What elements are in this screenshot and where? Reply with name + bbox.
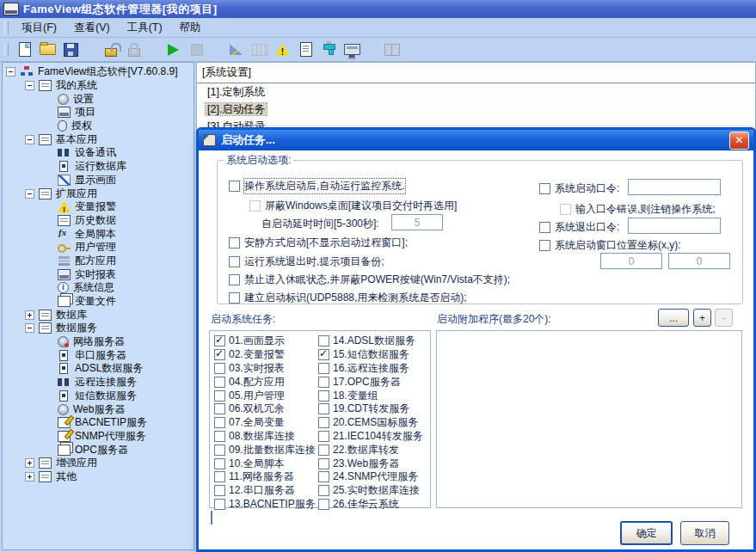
task-item[interactable]: 21.IEC104转发服务 — [318, 430, 423, 444]
task-checkbox[interactable] — [318, 403, 329, 414]
report-button[interactable] — [295, 40, 317, 59]
expander-minus-icon[interactable] — [25, 189, 34, 199]
save-button[interactable] — [60, 40, 82, 59]
add-addon-button[interactable]: + — [693, 309, 711, 327]
task-item[interactable]: 22.数据库转发 — [318, 443, 423, 457]
bottom-left-checkbox[interactable] — [211, 511, 212, 524]
close-icon[interactable]: ✕ — [729, 132, 749, 150]
task-checkbox[interactable] — [214, 485, 225, 496]
task-checkbox[interactable] — [214, 390, 225, 402]
tree-item[interactable]: 授权 — [3, 120, 194, 133]
exit-password-checkbox[interactable] — [539, 222, 550, 233]
tree-item[interactable]: 系统信息 — [3, 281, 194, 295]
task-checkbox[interactable] — [214, 417, 225, 428]
tree-item[interactable]: 项目 — [3, 106, 194, 120]
tree-item[interactable]: 配方应用 — [3, 255, 194, 268]
task-item[interactable]: 24.SNMP代理服务 — [318, 470, 423, 484]
tree-item[interactable]: 变量报警 — [3, 200, 194, 214]
open-button[interactable] — [37, 40, 58, 59]
menu-item-help[interactable]: 帮助 — [171, 19, 210, 37]
task-item[interactable]: 09.批量数据库连接 — [214, 443, 316, 457]
task-checkbox[interactable] — [214, 471, 225, 482]
task-item[interactable]: 01.画面显示 — [214, 334, 316, 348]
task-checkbox[interactable] — [318, 377, 329, 388]
task-checkbox[interactable] — [214, 349, 225, 360]
startup-password-checkbox[interactable] — [539, 183, 550, 194]
tree-item[interactable]: 其他 — [3, 470, 194, 484]
tree-item[interactable]: 设备通讯 — [3, 146, 194, 160]
expander-plus-icon[interactable] — [25, 310, 34, 320]
task-item[interactable]: 14.ADSL数据服务 — [318, 334, 423, 348]
task-item[interactable]: 20.CEMS国标服务 — [318, 416, 423, 430]
exit-password-input[interactable] — [628, 218, 721, 234]
tree-item[interactable]: 显示画面 — [3, 174, 194, 187]
tree-item[interactable]: 历史数据 — [3, 214, 194, 228]
menu-item-project[interactable]: 项目(F) — [13, 19, 65, 37]
tree-item[interactable]: 全局脚本 — [3, 227, 194, 241]
task-checkbox[interactable] — [318, 349, 329, 360]
task-checkbox[interactable] — [214, 458, 225, 469]
task-item[interactable]: 04.配方应用 — [214, 375, 316, 389]
task-item[interactable]: 13.BACNETIP服务 — [214, 498, 316, 512]
alarm-button[interactable] — [272, 40, 293, 59]
task-checkbox[interactable] — [318, 431, 329, 442]
tree-item[interactable]: BACNETIP服务 — [3, 416, 194, 430]
tree-item[interactable]: ADSL数据服务 — [3, 362, 194, 376]
expander-minus-icon[interactable] — [25, 323, 34, 333]
tree-item[interactable]: SNMP代理服务 — [3, 430, 194, 444]
task-checkbox[interactable] — [318, 458, 329, 469]
task-checkbox[interactable] — [318, 499, 329, 510]
tree-item[interactable]: 增强应用 — [3, 457, 194, 470]
task-checkbox[interactable] — [214, 363, 225, 374]
list-item[interactable]: [1].定制系统 — [204, 84, 755, 101]
autorun-on-boot-checkbox[interactable] — [229, 181, 240, 192]
task-item[interactable]: 23.Web服务器 — [318, 457, 423, 470]
browse-button[interactable]: ... — [658, 309, 689, 327]
task-checkbox[interactable] — [318, 471, 329, 482]
task-item[interactable]: 05.用户管理 — [214, 389, 316, 402]
tree-item[interactable]: 实时报表 — [3, 267, 194, 281]
list-item[interactable]: [2].启动任务 — [204, 101, 755, 118]
task-item[interactable]: 06.双机冗余 — [214, 402, 316, 416]
expander-minus-icon[interactable] — [6, 67, 15, 77]
task-checkbox[interactable] — [214, 499, 225, 510]
task-checkbox[interactable] — [214, 445, 225, 456]
task-item[interactable]: 07.全局变量 — [214, 416, 316, 430]
backup-prompt-on-exit-checkbox[interactable] — [229, 256, 240, 267]
tree-item[interactable]: FameView组态软件[V7.60.8.9] — [3, 65, 194, 79]
menu-item-view[interactable]: 查看(V) — [65, 19, 119, 37]
tap-button[interactable] — [318, 40, 340, 59]
task-checkbox[interactable] — [214, 335, 225, 347]
task-item[interactable]: 17.OPC服务器 — [318, 375, 423, 389]
tree-item[interactable]: OPC服务器 — [3, 443, 194, 457]
task-item[interactable]: 03.实时报表 — [214, 362, 316, 376]
task-item[interactable]: 11.网络服务器 — [214, 470, 316, 484]
task-item[interactable]: 18.变量组 — [318, 389, 423, 402]
design-button[interactable] — [225, 40, 247, 59]
startup-password-input[interactable] — [628, 179, 721, 195]
tree-item[interactable]: 短信数据服务 — [3, 389, 194, 403]
tree-item[interactable]: 数据服务 — [3, 322, 194, 335]
cancel-button[interactable]: 取消 — [680, 521, 729, 545]
new-button[interactable] — [14, 40, 35, 59]
task-checkbox[interactable] — [318, 485, 329, 496]
task-item[interactable]: 25.实时数据库连接 — [318, 484, 423, 498]
unlock-button[interactable] — [100, 40, 121, 59]
tree-item[interactable]: 扩展应用 — [3, 187, 194, 200]
expander-plus-icon[interactable] — [25, 472, 34, 481]
task-checkbox[interactable] — [214, 403, 225, 414]
ok-button[interactable]: 确定 — [620, 521, 673, 545]
tree-item[interactable]: 用户管理 — [3, 241, 194, 255]
tree-item[interactable]: 运行数据库 — [3, 160, 194, 174]
server-button[interactable] — [341, 40, 363, 59]
expander-plus-icon[interactable] — [25, 458, 34, 468]
task-item[interactable]: 12.串口服务器 — [214, 484, 316, 498]
task-checkbox[interactable] — [318, 335, 329, 347]
expander-minus-icon[interactable] — [25, 135, 34, 144]
task-checkbox[interactable] — [318, 417, 329, 428]
task-checkbox[interactable] — [214, 377, 225, 388]
task-checkbox[interactable] — [214, 431, 225, 442]
startup-window-position-checkbox[interactable] — [539, 240, 550, 251]
tree-item[interactable]: 数据库 — [3, 308, 194, 322]
task-item[interactable]: 15.短信数据服务 — [318, 348, 423, 362]
